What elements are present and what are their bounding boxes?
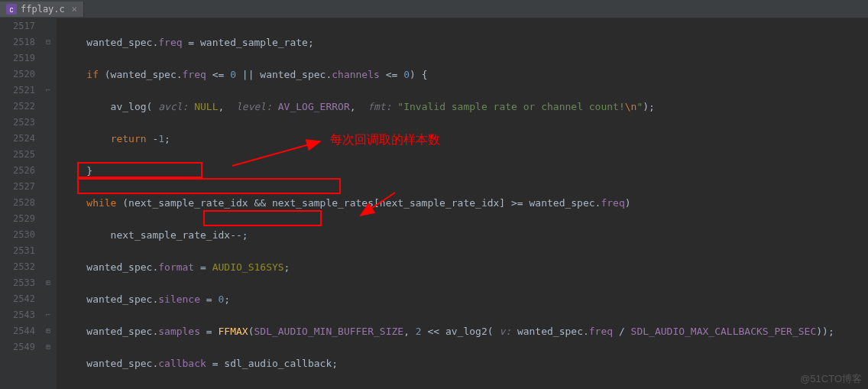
- fold-close-icon[interactable]: ⌐: [44, 86, 52, 94]
- line-number: 2544: [0, 323, 35, 339]
- code-line[interactable]: wanted_spec.format = AUDIO_S16SYS;: [63, 259, 868, 275]
- code-line[interactable]: while (next_sample_rate_idx && next_samp…: [63, 195, 868, 211]
- fold-close-icon[interactable]: ⌐: [44, 311, 52, 319]
- code-line[interactable]: wanted_spec.freq = wanted_sample_rate;: [63, 34, 868, 50]
- line-number: 2526: [0, 163, 35, 179]
- line-number: 2525: [0, 147, 35, 163]
- line-gutter: 2517 2518 2519 2520 2521 2522 2523 2524 …: [0, 18, 43, 389]
- fold-plus-icon[interactable]: ⊞: [44, 327, 52, 335]
- tab-bar: c ffplay.c ×: [0, 0, 868, 18]
- highlight-box: [203, 210, 322, 226]
- code-line[interactable]: if (wanted_spec.freq <= 0 || wanted_spec…: [63, 66, 868, 83]
- highlight-box: [77, 178, 341, 194]
- code-line[interactable]: av_log( avcl: NULL, level: AV_LOG_ERROR,…: [63, 99, 868, 115]
- line-number: 2519: [0, 50, 35, 66]
- line-number: 2532: [0, 259, 35, 275]
- line-number: 2527: [0, 179, 35, 195]
- svg-text:c: c: [10, 5, 14, 14]
- line-number: 2520: [0, 66, 35, 83]
- watermark: @51CTO博客: [800, 372, 862, 386]
- fold-plus-icon[interactable]: ⊞: [44, 343, 52, 351]
- tab-close-icon[interactable]: ×: [69, 4, 77, 15]
- line-number: 2531: [0, 243, 35, 259]
- code-editor[interactable]: 2517 2518 2519 2520 2521 2522 2523 2524 …: [0, 18, 868, 389]
- code-line[interactable]: next_sample_rate_idx--;: [63, 227, 868, 243]
- line-number: 2524: [0, 131, 35, 147]
- line-number: 2543: [0, 307, 35, 323]
- line-number: 2518: [0, 34, 35, 50]
- line-number: 2528: [0, 195, 35, 211]
- code-line[interactable]: wanted_spec.samples = FFMAX(SDL_AUDIO_MI…: [63, 323, 868, 339]
- line-number: 2542: [0, 291, 35, 307]
- line-number: 2517: [0, 18, 35, 34]
- line-number: 2533: [0, 275, 35, 291]
- c-file-icon: c: [6, 4, 17, 15]
- code-line[interactable]: return -1;: [63, 131, 868, 147]
- fold-gutter: ⊟ ⌐ ⊞ ⌐ ⊞ ⊞: [43, 18, 53, 389]
- tab-filename: ffplay.c: [21, 4, 65, 15]
- fold-plus-icon[interactable]: ⊞: [44, 279, 52, 287]
- line-number: 2521: [0, 83, 35, 99]
- line-number: 2523: [0, 115, 35, 131]
- line-number: 2522: [0, 99, 35, 115]
- code-area[interactable]: wanted_spec.freq = wanted_sample_rate; i…: [57, 18, 868, 389]
- code-line[interactable]: wanted_spec.callback = sdl_audio_callbac…: [63, 355, 868, 371]
- code-line[interactable]: wanted_spec.silence = 0;: [63, 291, 868, 307]
- line-number: 2549: [0, 339, 35, 355]
- line-number: 2529: [0, 211, 35, 227]
- file-tab[interactable]: c ffplay.c ×: [0, 2, 84, 17]
- fold-open-icon[interactable]: ⊟: [44, 38, 52, 46]
- code-line[interactable]: }: [63, 163, 868, 179]
- line-number: 2530: [0, 227, 35, 243]
